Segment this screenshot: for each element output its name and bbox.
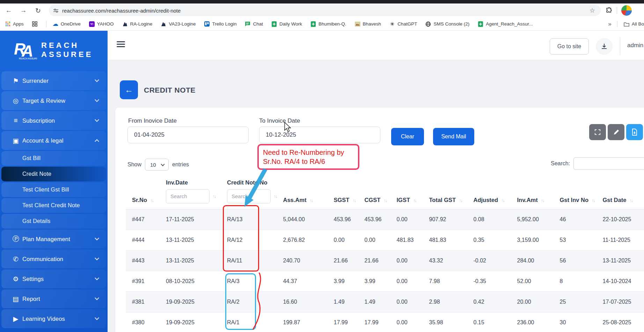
cell: 453.96 (328, 209, 358, 230)
header-download-button[interactable] (596, 38, 613, 55)
column-search-input[interactable] (227, 189, 271, 203)
cell: 21.66 (358, 250, 390, 271)
cell: 3.99 (328, 271, 358, 291)
column-header-gst-date[interactable]: Gst Date↑↓ (597, 174, 644, 209)
column-header-adjusted[interactable]: Adjusted↑↓ (467, 174, 511, 209)
column-header-gst-inv-no[interactable]: Gst Inv No↑↓ (554, 174, 597, 209)
table-row: #39108-10-2025RA/344.373.993.990.007.98-… (126, 271, 644, 291)
page-size-select[interactable]: 10 (145, 159, 169, 171)
extensions-icon[interactable] (606, 7, 613, 14)
sort-icon[interactable]: ↑↓ (541, 198, 544, 203)
bookmark-item[interactable]: Agent_Reach_Assur... (478, 21, 533, 27)
fullscreen-button[interactable] (589, 124, 606, 140)
sort-icon[interactable]: ↑↓ (352, 198, 356, 203)
cell: 284.00 (511, 250, 554, 271)
table-search-input[interactable] (573, 157, 644, 170)
sort-icon[interactable]: ↑↓ (592, 198, 595, 203)
cell: 0.42 (467, 291, 511, 312)
address-bar[interactable]: reachassuree.com/reachassuree-admin/cred… (49, 5, 601, 16)
chevron-down-icon (95, 236, 99, 240)
sidebar-item-communication[interactable]: ✆Communication (1, 250, 106, 268)
to-invoice-date-input[interactable] (259, 127, 380, 143)
from-invoice-date-input[interactable] (127, 127, 249, 143)
chevron-down-icon (95, 316, 99, 320)
sidebar-item-plan-management[interactable]: ⓅPlan Management (1, 230, 106, 248)
cell: 8 (554, 271, 597, 291)
bookmark-item[interactable]: ✳ChatGPT (389, 21, 417, 27)
annotation-line1: Need to Re-Numbering by (263, 148, 354, 157)
site-settings-icon[interactable] (53, 8, 59, 13)
hamburger-menu-icon[interactable] (117, 41, 125, 49)
column-search-input[interactable] (166, 189, 210, 203)
clear-button[interactable]: Clear (391, 128, 424, 145)
edit-button[interactable] (608, 124, 624, 140)
sort-icon[interactable]: ↑↓ (629, 198, 632, 203)
sort-icon[interactable]: ↑↓ (274, 194, 277, 199)
sort-icon[interactable]: ↑↓ (150, 198, 153, 203)
sort-icon[interactable]: ↑↓ (501, 198, 504, 203)
annotation-line2: Sr.No. RA/4 to RA/6 (263, 157, 354, 166)
go-to-site-button[interactable]: Go to site (550, 38, 589, 55)
cell: 5,044.00 (277, 209, 328, 230)
cell: 17-07-2025 (597, 291, 644, 312)
column-header-sgst[interactable]: SGST↑↓ (328, 174, 358, 209)
reading-list-icon[interactable] (32, 21, 38, 27)
column-header-sr-no[interactable]: Sr.No↑↓ (126, 174, 160, 209)
column-header-inv-date[interactable]: Inv.Date↑↓ (160, 174, 221, 209)
sidebar-item-settings[interactable]: ⚙Settings (1, 269, 106, 288)
sidebar-item-subscription[interactable]: ≡Subscription (1, 111, 106, 130)
sidebar-item-surrender[interactable]: ⚑Surrender (1, 71, 106, 90)
column-header-ass-amt[interactable]: Ass.Amt↑↓ (277, 174, 328, 209)
sort-icon[interactable]: ↑↓ (383, 198, 387, 203)
sidebar-item-report[interactable]: ▤Report (1, 289, 106, 308)
bookmark-item[interactable]: VA23-Logine (161, 21, 196, 27)
sidebar: R A REACH ASSUREE REACH ASSUREE ⚑Surrend… (0, 31, 108, 332)
bookmark-item[interactable]: Bhavesh (355, 21, 381, 27)
sidebar-item-gst-bill[interactable]: Gst Bill (1, 151, 106, 166)
bookmark-item[interactable]: Y!YAHOO (89, 21, 114, 27)
cell: 453.96 (358, 209, 390, 230)
url-text[interactable]: reachassuree.com/reachassuree-admin/cred… (62, 8, 590, 14)
sidebar-item-test-client-credit-note[interactable]: Test Client Credit Note (1, 198, 106, 213)
sort-icon[interactable]: ↑↓ (213, 194, 216, 199)
sidebar-item-account-legal[interactable]: ▣Account & legal (1, 131, 106, 150)
bookmark-item[interactable]: ☁OneDrive (53, 21, 81, 27)
bookmark-item[interactable]: Daily Work (271, 21, 302, 27)
bookmark-item[interactable]: Chat (245, 21, 263, 27)
sidebar-item-credit-note[interactable]: Credit Note (1, 167, 106, 181)
cell: 19-09-2025 (160, 312, 221, 332)
brand-logo[interactable]: R A REACH ASSUREE REACH ASSUREE (0, 31, 108, 66)
page-back-button[interactable]: ← (120, 80, 138, 99)
cell: #391 (126, 271, 160, 291)
export-file-button[interactable] (626, 124, 643, 140)
column-header-credit-note-no[interactable]: Credit Note No↑↓ (221, 174, 277, 209)
bookmark-item[interactable]: Trello Login (204, 21, 236, 27)
sidebar-item-target-review[interactable]: ◎Target & Review (1, 91, 106, 110)
column-header-inv-amt[interactable]: Inv.Amt↑↓ (511, 174, 554, 209)
forward-nav-icon[interactable]: → (17, 5, 29, 16)
sort-icon[interactable]: ↑↓ (309, 198, 313, 203)
sort-icon[interactable]: ↑↓ (413, 198, 416, 203)
sidebar-item-test-client-gst-bill[interactable]: Test Client Gst Bill (1, 182, 106, 197)
back-nav-icon[interactable]: ← (3, 5, 15, 16)
column-header-cgst[interactable]: CGST↑↓ (358, 174, 390, 209)
bookmarks-overflow-chevron[interactable]: » (608, 21, 611, 28)
table-search-control: Search: (551, 157, 644, 170)
sort-icon[interactable]: ↑↓ (459, 198, 462, 203)
apps-shortcut[interactable]: Apps (5, 21, 24, 27)
reload-icon[interactable]: ↻ (32, 5, 44, 16)
admin-user-label[interactable]: admin (627, 42, 643, 49)
column-header-total-gst[interactable]: Total GST↑↓ (423, 174, 467, 209)
send-mail-button[interactable]: Send Mail (433, 128, 474, 145)
sidebar-item-learning-videos[interactable]: ▶Learning Videos (1, 309, 106, 328)
bookmark-star-icon[interactable]: ☆ (590, 7, 595, 14)
bookmark-item[interactable]: RA-Logine (122, 21, 153, 27)
profile-avatar[interactable] (621, 5, 632, 16)
column-header-igst[interactable]: IGST↑↓ (390, 174, 423, 209)
bookmark-item[interactable]: SMS Console (2) (425, 21, 469, 27)
sidebar-item-gst-details[interactable]: Gst Details (1, 214, 106, 229)
all-bookmarks[interactable]: All Bo (624, 21, 644, 27)
cell: -0.35 (467, 271, 511, 291)
bookmark-item[interactable]: Bhumiben-Q. (310, 21, 346, 27)
cell: 3,159.00 (511, 230, 554, 250)
